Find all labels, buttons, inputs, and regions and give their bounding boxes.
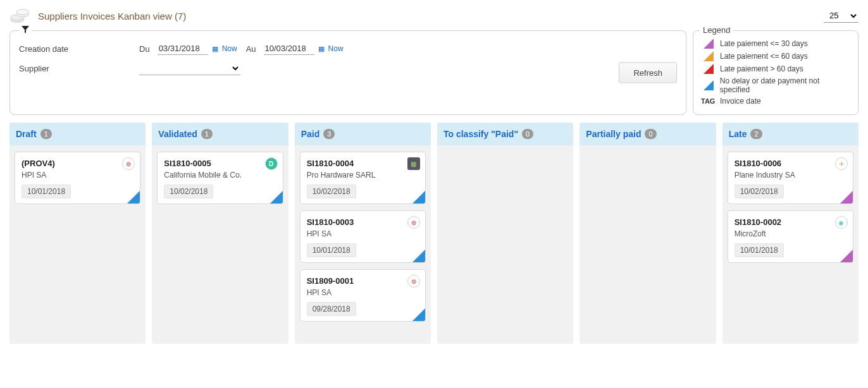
invoice-card[interactable]: SI1810-0003HPI SA10/01/2018⊚ <box>300 210 426 263</box>
count-badge: 2 <box>750 129 762 139</box>
card-supplier: HPI SA <box>22 171 133 179</box>
column-title: Late <box>729 129 747 139</box>
column-header: Draft1 <box>9 123 146 145</box>
calendar-icon[interactable]: ▦ <box>318 45 325 53</box>
card-date-badge: 10/02/2018 <box>307 185 356 198</box>
supplier-label: Supplier <box>19 64 139 73</box>
supplier-logo-icon: ▦ <box>407 157 420 170</box>
legend-tag-text: Invoice date <box>720 97 761 106</box>
card-id: SI1810-0006 <box>735 159 846 168</box>
legend-triangle-icon <box>701 39 714 49</box>
now-link-from[interactable]: Now <box>222 44 237 53</box>
coins-icon <box>9 6 32 25</box>
date-to-field: Au ▦ Now <box>246 42 352 55</box>
column-header: Late2 <box>722 123 859 145</box>
invoice-card[interactable]: SI1810-0002MicroZoft10/01/2018◉ <box>728 210 853 263</box>
filter-row-supplier: Supplier <box>19 61 677 75</box>
legend-label: Late paiement > 60 days <box>720 64 803 73</box>
page-title: Suppliers Invoices Kanban view (7) <box>38 11 186 21</box>
card-supplier: California Mobile & Co. <box>164 171 276 179</box>
card-status-triangle-icon <box>127 191 140 203</box>
filter-icon <box>19 26 32 35</box>
filter-row-date: Creation date Du ▦ Now Au ▦ Now <box>19 42 677 55</box>
card-status-triangle-icon <box>412 308 425 321</box>
legend-row: Late paiement <= 60 days <box>701 51 850 61</box>
date-from-input[interactable] <box>158 42 208 55</box>
kanban-column: Paid3SI1810-0004Pro Hardware SARL10/02/2… <box>295 123 431 344</box>
card-date-badge: 10/01/2018 <box>307 243 356 257</box>
supplier-select[interactable] <box>139 61 240 75</box>
invoice-card[interactable]: SI1810-0004Pro Hardware SARL10/02/2018▦ <box>300 152 426 204</box>
legend-row: No delay or date payment not specified <box>701 76 850 94</box>
legend-box: Legend Late paiement <= 30 daysLate paie… <box>693 30 859 115</box>
supplier-logo-icon: ⊚ <box>407 216 420 229</box>
card-id: (PROV4) <box>22 159 133 168</box>
count-badge: 0 <box>645 129 656 139</box>
invoice-card[interactable]: SI1810-0006Plane Industry SA10/02/2018✈ <box>728 152 853 204</box>
card-supplier: Plane Industry SA <box>735 171 846 179</box>
legend-triangle-icon <box>701 64 714 74</box>
card-status-triangle-icon <box>840 250 853 262</box>
filter-box: Creation date Du ▦ Now Au ▦ Now Supplier… <box>9 30 686 115</box>
supplier-logo-icon: ◉ <box>835 216 848 229</box>
card-supplier: MicroZoft <box>735 229 846 238</box>
svg-point-3 <box>16 9 28 15</box>
invoice-card[interactable]: (PROV4)HPI SA10/01/2018⊚ <box>15 152 140 204</box>
card-status-triangle-icon <box>840 191 853 203</box>
legend-items: Late paiement <= 30 daysLate paiement <=… <box>701 39 850 94</box>
column-title: Validated <box>158 129 197 139</box>
date-to-input[interactable] <box>264 42 314 55</box>
column-header: To classify "Paid"0 <box>437 123 573 145</box>
legend-label: Late paiement <= 30 days <box>720 39 808 48</box>
column-header: Validated1 <box>152 123 288 145</box>
card-date-badge: 10/01/2018 <box>22 185 71 198</box>
column-title: Partially paid <box>586 129 641 139</box>
card-status-triangle-icon <box>412 250 425 262</box>
calendar-icon[interactable]: ▦ <box>212 45 218 53</box>
card-date-badge: 10/02/2018 <box>735 185 784 198</box>
legend-triangle-icon <box>701 51 714 61</box>
card-id: SI1809-0001 <box>307 276 419 286</box>
supplier-logo-icon: D <box>265 157 278 170</box>
page-header: Suppliers Invoices Kanban view (7) 25 <box>9 6 859 25</box>
kanban-column: Draft1(PROV4)HPI SA10/01/2018⊚ <box>9 123 146 344</box>
invoice-card[interactable]: SI1810-0005California Mobile & Co.10/02/… <box>157 152 283 204</box>
legend-label: Late paiement <= 60 days <box>720 52 808 61</box>
kanban-column: Validated1SI1810-0005California Mobile &… <box>152 123 288 344</box>
legend-triangle-icon <box>701 80 714 90</box>
card-id: SI1810-0003 <box>307 217 419 227</box>
card-id: SI1810-0004 <box>307 159 419 168</box>
page-size-select[interactable]: 25 <box>824 9 859 23</box>
column-title: To classify "Paid" <box>443 129 518 139</box>
card-id: SI1810-0002 <box>735 217 846 227</box>
kanban-column: Late2SI1810-0006Plane Industry SA10/02/2… <box>722 123 859 344</box>
from-label: Du <box>139 44 150 54</box>
to-label: Au <box>246 44 256 54</box>
supplier-logo-icon: ✈ <box>835 157 848 170</box>
count-badge: 0 <box>522 129 533 139</box>
column-title: Draft <box>16 129 37 139</box>
column-title: Paid <box>301 129 320 139</box>
kanban-column: To classify "Paid"0 <box>437 123 573 344</box>
card-status-triangle-icon <box>412 191 425 203</box>
supplier-logo-icon: ⊚ <box>407 275 420 288</box>
legend-tag-row: TAG Invoice date <box>701 97 850 106</box>
date-from-field: Du ▦ Now <box>139 42 246 55</box>
creation-date-label: Creation date <box>19 44 139 54</box>
column-header: Paid3 <box>295 123 431 145</box>
supplier-logo-icon: ⊚ <box>122 157 135 170</box>
card-status-triangle-icon <box>270 191 283 203</box>
card-date-badge: 10/02/2018 <box>164 185 213 198</box>
refresh-button[interactable]: Refresh <box>619 63 677 83</box>
column-header: Partially paid0 <box>580 123 716 145</box>
invoice-card[interactable]: SI1809-0001HPI SA09/28/2018⊚ <box>300 269 426 322</box>
card-supplier: HPI SA <box>307 229 419 238</box>
card-id: SI1810-0005 <box>164 159 276 168</box>
header-left: Suppliers Invoices Kanban view (7) <box>9 6 186 25</box>
count-badge: 3 <box>323 129 335 139</box>
now-link-to[interactable]: Now <box>328 44 344 53</box>
card-supplier: Pro Hardware SARL <box>307 171 419 179</box>
kanban-board: Draft1(PROV4)HPI SA10/01/2018⊚Validated1… <box>9 123 859 344</box>
top-row: Creation date Du ▦ Now Au ▦ Now Supplier… <box>9 30 859 115</box>
kanban-column: Partially paid0 <box>580 123 716 344</box>
